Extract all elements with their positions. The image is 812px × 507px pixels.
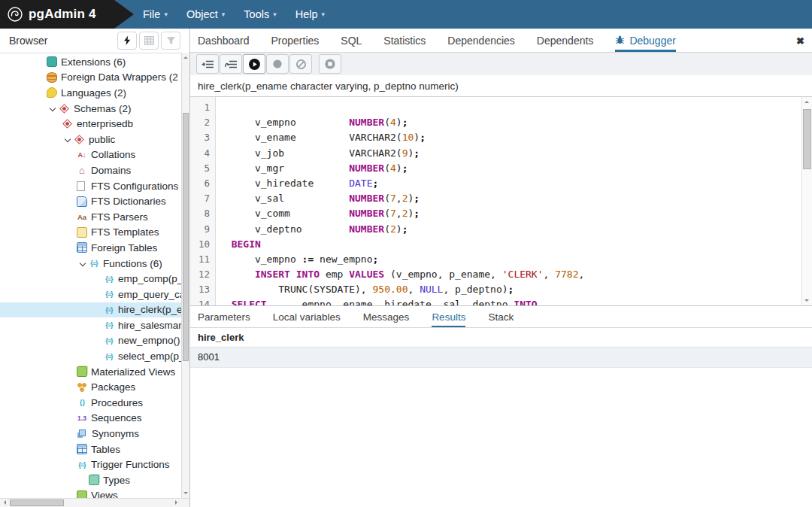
menu-help[interactable]: Help▾ [291,8,329,20]
menu-file[interactable]: File▾ [138,8,172,20]
tree-item-emp-comp-p-s[interactable]: emp_comp(p_s [0,271,181,287]
toggle-breakpoint-button[interactable] [266,54,289,74]
code-line[interactable]: TRUNC(SYSDATE), 950.00, NULL, p_deptno); [220,282,801,297]
code-line[interactable]: BEGIN [220,237,801,252]
tree-item-procedures[interactable]: Procedures [0,395,181,411]
line-number[interactable]: 3 [190,130,215,145]
tree-item-fts-parsers[interactable]: FTS Parsers [0,209,181,225]
tree-item-new-empno[interactable]: new_empno() [0,333,181,349]
line-number[interactable]: 4 [190,146,215,161]
clear-breakpoints-button[interactable] [289,54,312,74]
line-number[interactable]: 8 [190,206,215,221]
tree-item-hire-salesman[interactable]: hire_salesman( [0,317,181,333]
line-number[interactable]: 5 [190,161,215,176]
tree-item-sequences[interactable]: Sequences [0,411,181,427]
tree-item-domains[interactable]: Domains [0,162,181,178]
line-number[interactable]: 14 [190,297,215,305]
code-line[interactable]: v_sal NUMBER(7,2); [220,191,801,206]
code-content[interactable]: v_empno NUMBER(4); v_ename VARCHAR2(10);… [216,97,801,305]
code-line[interactable]: v_mgr NUMBER(4); [220,161,801,176]
tree-item-fts-dictionaries[interactable]: FTS Dictionaries [0,193,181,209]
code-line[interactable]: v_deptno NUMBER(2); [220,222,801,237]
tree-item-languages-2[interactable]: Languages (2) [0,85,181,101]
line-number[interactable]: 7 [190,191,215,206]
line-number[interactable]: 10 [190,237,215,252]
code-line[interactable]: INSERT INTO emp VALUES (v_empno, p_ename… [220,267,801,282]
code-editor[interactable]: 1234567891011121314 v_empno NUMBER(4); v… [190,97,812,305]
tree-item-trigger-functions[interactable]: Trigger Functions [0,457,181,472]
tree-item-foreign-data-wrappers-2[interactable]: Foreign Data Wrappers (2 [0,70,181,86]
tree-item-functions-6[interactable]: Functions (6) [0,256,181,272]
tab-results[interactable]: Results [432,306,465,327]
tree-item-extensions-6[interactable]: Extensions (6) [0,54,181,70]
line-number[interactable]: 6 [190,176,215,191]
tree-item-foreign-tables[interactable]: Foreign Tables [0,240,181,256]
line-number[interactable]: 12 [190,267,215,282]
line-number[interactable]: 9 [190,222,215,237]
tab-dependencies[interactable]: Dependencies [447,29,515,52]
tab-parameters[interactable]: Parameters [198,306,250,327]
chevron-down-icon[interactable] [77,261,89,266]
tree-hscroll-thumb[interactable] [10,499,64,506]
quick-search-button[interactable] [117,32,137,50]
tree-item-fts-configurations[interactable]: FTS Configurations [0,178,181,194]
scroll-down-arrow-icon[interactable] [183,492,188,496]
scroll-up-arrow-icon[interactable] [804,99,809,103]
code-line[interactable] [220,100,801,115]
tree-item-enterprisedb[interactable]: enterprisedb [0,116,181,132]
tree-item-public[interactable]: public [0,132,181,147]
tab-statistics[interactable]: Statistics [383,29,426,52]
code-line[interactable]: v_ename VARCHAR2(10); [220,130,801,145]
chevron-down-icon[interactable] [47,106,59,111]
line-number[interactable]: 11 [190,252,215,267]
tab-debugger[interactable]: Debugger [615,29,676,52]
query-tool-button[interactable] [139,32,159,50]
tree-item-fts-templates[interactable]: FTS Templates [0,225,181,241]
step-into-button[interactable] [196,54,219,74]
continue-button[interactable] [243,54,265,74]
editor-vertical-scrollbar[interactable] [801,97,812,305]
tab-dependents[interactable]: Dependents [537,29,594,52]
tree-item-schemas-2[interactable]: Schemas (2) [0,101,181,117]
code-line[interactable]: v_comm NUMBER(7,2); [220,206,801,221]
stop-button[interactable] [319,54,341,74]
tree-item-tables[interactable]: Tables [0,442,181,457]
filter-button[interactable] [161,32,180,50]
scroll-up-arrow-icon[interactable] [183,54,188,59]
menu-object[interactable]: Object▾ [182,8,229,20]
tree-horizontal-scrollbar[interactable] [0,498,189,507]
tree-vscroll-thumb[interactable] [183,113,189,361]
tab-properties[interactable]: Properties [271,29,320,52]
tree-vertical-scrollbar[interactable] [181,53,189,498]
line-number[interactable]: 1 [190,100,215,115]
code-line[interactable]: v_empno NUMBER(4); [220,115,801,130]
tree-item-emp-query-cal[interactable]: emp_query_cal [0,287,181,302]
code-line[interactable]: v_hiredate DATE; [220,176,801,191]
menu-tools[interactable]: Tools▾ [239,8,280,20]
tree-item-views[interactable]: Views [0,488,181,498]
code-line[interactable]: SELECT empno, ename, hiredate, sal, dept… [220,297,801,305]
tree-item-packages[interactable]: Packages [0,379,181,395]
tree-item-materialized-views[interactable]: Materialized Views [0,364,181,380]
scroll-right-arrow-icon[interactable] [175,500,180,505]
line-number[interactable]: 2 [190,115,215,130]
close-panel-button[interactable]: ✖ [796,29,804,53]
editor-vscroll-thumb[interactable] [803,109,811,169]
tree-item-collations[interactable]: Collations [0,147,181,163]
code-line[interactable]: v_empno := new_empno; [220,252,801,267]
tree-item-types[interactable]: Types [0,472,181,488]
tab-sql[interactable]: SQL [341,29,362,52]
line-number[interactable]: 13 [190,282,215,297]
scroll-left-arrow-icon[interactable] [2,500,6,505]
tab-dashboard[interactable]: Dashboard [198,29,250,52]
tab-messages[interactable]: Messages [363,306,410,327]
tree-item-synonyms[interactable]: Synonyms [0,426,181,442]
scroll-down-arrow-icon[interactable] [804,299,809,304]
code-line[interactable]: v_job VARCHAR2(9); [220,146,801,161]
step-over-button[interactable] [220,54,242,74]
tree-item-select-emp-p-e[interactable]: select_emp(p_e [0,348,181,364]
tab-local-variables[interactable]: Local variables [273,306,341,327]
chevron-down-icon[interactable] [62,137,74,141]
tree-item-hire-clerk-p-en[interactable]: hire_clerk(p_en [0,302,181,318]
tab-stack[interactable]: Stack [488,306,514,327]
